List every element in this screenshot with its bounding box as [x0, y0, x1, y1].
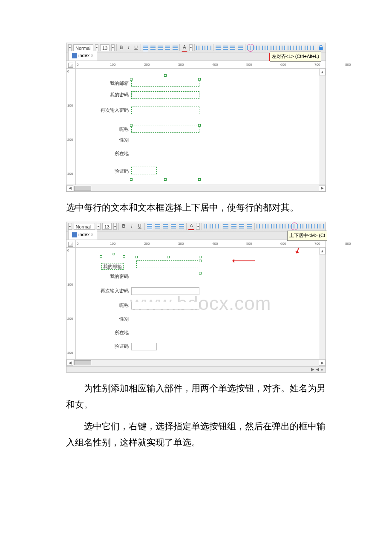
underline-button[interactable]: U — [136, 223, 143, 230]
input-password2[interactable] — [131, 287, 199, 295]
snap-left-button[interactable] — [204, 223, 210, 230]
align-top-button[interactable] — [282, 223, 289, 230]
align-group-4[interactable] — [247, 223, 253, 230]
hruler-tick: 0 — [77, 62, 78, 68]
align-right-edges-button[interactable] — [274, 223, 280, 230]
horizontal-scrollbar[interactable]: ◀ ▶ — [66, 359, 326, 366]
align-left-edges-button[interactable] — [257, 223, 263, 230]
vertical-ruler: 0 100 200 300 — [66, 240, 76, 359]
font-color-button[interactable]: A — [182, 44, 187, 52]
text-align-left-button[interactable] — [143, 44, 148, 52]
input-email[interactable] — [136, 260, 200, 268]
font-size-select[interactable]: 13 — [102, 223, 112, 230]
size-dropdown[interactable] — [111, 44, 115, 51]
label-nickname: 昵称 — [97, 125, 131, 134]
align-group-3[interactable] — [230, 44, 236, 52]
font-color-dropdown[interactable] — [196, 223, 200, 230]
bullet-list-button[interactable] — [165, 44, 170, 52]
tab-index[interactable]: index × — [68, 51, 97, 61]
align-group-2[interactable] — [222, 44, 228, 52]
size-dropdown[interactable] — [113, 223, 117, 230]
toolbar: Normal 13 B I U A — [66, 43, 326, 52]
dist-h-button[interactable] — [299, 44, 306, 52]
close-icon[interactable]: × — [91, 231, 93, 239]
underline-button[interactable]: U — [133, 44, 139, 52]
vruler-tick: 100 — [67, 103, 73, 109]
text-align-right-button[interactable] — [162, 223, 169, 230]
tooltip-vcenter: 上下居中<M> (Ct — [287, 231, 327, 241]
align-bottom-button[interactable] — [300, 223, 307, 230]
dist-h-button[interactable] — [308, 223, 315, 230]
paragraph-1: 选中每行的文本和文本框选择上下居中，使每行的都对其。 — [66, 199, 326, 216]
align-top-button[interactable] — [273, 44, 280, 52]
design-canvas[interactable]: 我的邮箱 我的密码 再次输入密码 昵称 — [76, 69, 326, 185]
screenshot-1: Normal 13 B I U A — [66, 43, 326, 192]
align-hcenter-button[interactable] — [265, 223, 272, 230]
snap-center-button[interactable] — [212, 223, 219, 230]
align-group-3[interactable] — [239, 223, 245, 230]
paragraph-3: 选中它们，右键，选择指定单选按钮组，然后在弹出的框中输入组名性别，这样就实现了单… — [66, 418, 326, 451]
numbered-list-button[interactable] — [178, 223, 184, 230]
bold-button[interactable]: B — [118, 44, 124, 52]
close-icon[interactable]: × — [91, 52, 93, 60]
align-bottom-button[interactable] — [290, 44, 297, 52]
tab-index[interactable]: index × — [68, 230, 97, 240]
lock-button[interactable] — [318, 44, 324, 52]
input-nickname[interactable] — [131, 302, 199, 309]
page-icon — [72, 232, 77, 237]
hruler-tick: 400 — [212, 62, 218, 68]
align-group-1[interactable] — [223, 223, 229, 230]
style-dropdown[interactable] — [95, 44, 98, 51]
horizontal-ruler: 0 100 200 300 400 500 600 700 800 — [76, 61, 326, 69]
design-canvas[interactable]: www.bdocx.com 我的邮箱 — [76, 248, 326, 359]
input-captcha[interactable] — [131, 343, 157, 350]
input-captcha[interactable] — [131, 167, 157, 174]
text-align-center-button[interactable] — [150, 44, 156, 52]
input-password2[interactable] — [131, 107, 199, 114]
dist-v-button[interactable] — [307, 44, 314, 52]
input-password[interactable] — [131, 91, 199, 99]
dist-v-button[interactable] — [317, 223, 324, 230]
page-icon — [72, 53, 77, 58]
label-location: 所在地 — [97, 150, 131, 158]
hruler-tick: 400 — [212, 241, 218, 247]
paragraph-style-select[interactable]: Normal — [73, 44, 93, 51]
align-group-2[interactable] — [231, 223, 237, 230]
style-dropdown[interactable] — [97, 223, 101, 230]
text-align-right-button[interactable] — [157, 44, 163, 52]
italic-button[interactable]: I — [129, 223, 135, 230]
hruler-tick: 500 — [246, 62, 252, 68]
font-color-dropdown[interactable] — [189, 44, 193, 51]
vertical-scrollbar[interactable]: ▲ — [319, 248, 326, 359]
align-right-edges-button[interactable] — [265, 44, 271, 52]
font-family-dropdown[interactable] — [68, 44, 72, 51]
text-align-left-button[interactable] — [147, 223, 153, 230]
align-vcenter-button[interactable] — [282, 44, 288, 52]
align-group-4[interactable] — [237, 44, 243, 52]
bold-button[interactable]: B — [121, 223, 127, 230]
bullet-list-button[interactable] — [170, 223, 177, 230]
input-email[interactable] — [131, 79, 199, 87]
input-nickname[interactable] — [131, 125, 199, 133]
label-password2: 再次输入密码 — [97, 106, 131, 115]
vruler-tick: 200 — [67, 137, 73, 143]
font-size-select[interactable]: 13 — [100, 44, 110, 51]
vruler-tick: 200 — [67, 316, 73, 322]
snap-center-button[interactable] — [205, 44, 211, 52]
align-group-1[interactable] — [215, 44, 221, 52]
paragraph-style-select[interactable]: Normal — [74, 223, 95, 230]
snap-left-button[interactable] — [196, 44, 203, 52]
vertical-scrollbar[interactable]: ▲ — [319, 69, 326, 185]
font-family-dropdown[interactable] — [68, 223, 72, 230]
italic-button[interactable]: I — [126, 44, 131, 52]
align-vcenter-button[interactable] — [291, 223, 298, 230]
align-left-edges-button[interactable] — [247, 44, 254, 52]
hruler-tick: 0 — [77, 241, 78, 247]
tab-label: index — [78, 52, 89, 60]
font-color-button[interactable]: A — [188, 223, 195, 230]
numbered-list-button[interactable] — [172, 44, 178, 52]
annotation-arrow-left — [233, 260, 255, 261]
align-hcenter-button[interactable] — [256, 44, 263, 52]
horizontal-scrollbar[interactable]: ◀ ▶ — [66, 185, 326, 191]
text-align-center-button[interactable] — [154, 223, 161, 230]
